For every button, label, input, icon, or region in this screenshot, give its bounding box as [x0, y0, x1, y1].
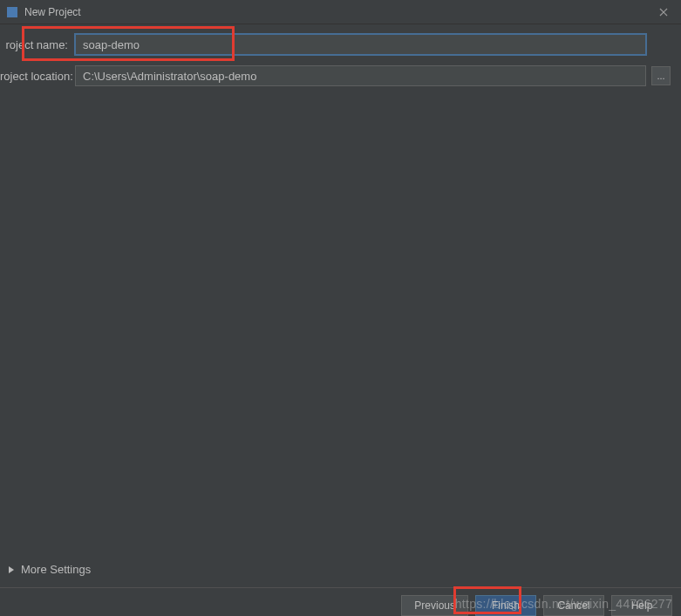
cancel-button[interactable]: Cancel — [543, 595, 604, 616]
form-content: roject name: roject location: ... — [0, 24, 681, 87]
chevron-right-icon — [7, 565, 16, 574]
browse-label: ... — [657, 71, 664, 81]
browse-button[interactable]: ... — [651, 66, 671, 85]
previous-button[interactable]: Previous — [401, 595, 468, 616]
project-name-input[interactable] — [75, 34, 646, 55]
button-bar: Previous Finish Cancel Help — [0, 588, 681, 616]
project-location-row: roject location: ... — [0, 64, 671, 87]
close-button[interactable] — [653, 3, 674, 21]
close-icon — [659, 8, 668, 17]
app-icon — [7, 7, 17, 17]
finish-button[interactable]: Finish — [475, 595, 536, 616]
window-title: New Project — [24, 6, 653, 18]
help-button[interactable]: Help — [611, 595, 672, 616]
project-name-label: roject name: — [0, 38, 75, 51]
project-location-input[interactable] — [75, 65, 646, 86]
title-bar: New Project — [0, 0, 681, 24]
project-location-label: roject location: — [0, 70, 75, 83]
more-settings-label: More Settings — [21, 563, 91, 576]
more-settings-toggle[interactable]: More Settings — [3, 559, 94, 579]
project-name-row: roject name: — [0, 33, 671, 56]
svg-marker-2 — [9, 566, 14, 573]
